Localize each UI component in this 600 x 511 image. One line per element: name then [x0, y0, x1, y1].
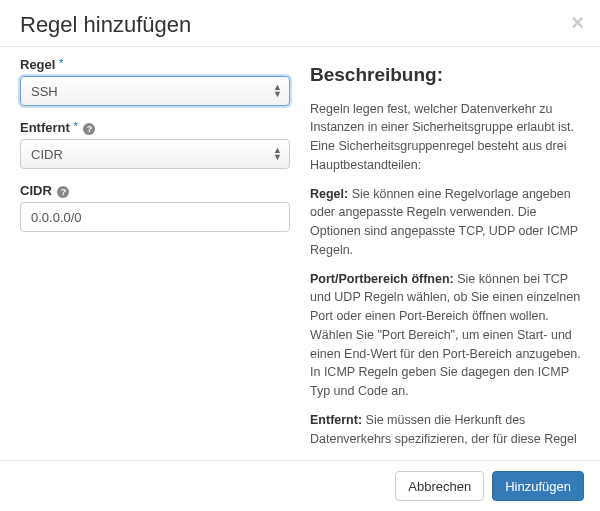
description-remote: Entfernt: Sie müssen die Herkunft des Da… — [310, 411, 584, 450]
description-rule-text: Sie können eine Regelvorlage angeben ode… — [310, 187, 578, 257]
description-port-text: Sie können bei TCP und UDP Regeln wählen… — [310, 272, 581, 399]
close-button[interactable]: × — [571, 12, 584, 34]
description-port: Port/Portbereich öffnen: Sie können bei … — [310, 270, 584, 401]
add-rule-modal: Regel hinzufügen × Regel * SSH ▲▼ Entfer… — [0, 0, 600, 511]
rule-field-group: Regel * SSH ▲▼ — [20, 57, 290, 106]
required-star-icon: * — [73, 120, 77, 132]
rule-select-value: SSH — [20, 76, 290, 106]
required-star-icon: * — [59, 57, 63, 69]
rule-label: Regel * — [20, 57, 290, 72]
help-icon[interactable]: ? — [57, 186, 69, 198]
cidr-field-group: CIDR ? — [20, 183, 290, 232]
modal-body: Regel * SSH ▲▼ Entfernt * ? CIDR ▲▼ — [0, 47, 600, 460]
submit-button[interactable]: Hinzufügen — [492, 471, 584, 501]
rule-select[interactable]: SSH ▲▼ — [20, 76, 290, 106]
description-column: Beschreibung: Regeln legen fest, welcher… — [310, 57, 584, 450]
description-rule: Regel: Sie können eine Regelvorlage ange… — [310, 185, 584, 260]
remote-label-text: Entfernt — [20, 120, 70, 135]
description-heading: Beschreibung: — [310, 61, 584, 90]
cidr-input[interactable] — [20, 202, 290, 232]
help-icon[interactable]: ? — [83, 123, 95, 135]
modal-title: Regel hinzufügen — [20, 12, 191, 38]
close-icon: × — [571, 10, 584, 35]
remote-label: Entfernt * ? — [20, 120, 290, 135]
modal-footer: Abbrechen Hinzufügen — [0, 460, 600, 511]
cidr-label: CIDR ? — [20, 183, 290, 198]
description-intro: Regeln legen fest, welcher Datenverkehr … — [310, 100, 584, 175]
remote-select-value: CIDR — [20, 139, 290, 169]
description-port-label: Port/Portbereich öffnen: — [310, 272, 454, 286]
cancel-button[interactable]: Abbrechen — [395, 471, 484, 501]
remote-field-group: Entfernt * ? CIDR ▲▼ — [20, 120, 290, 169]
modal-header: Regel hinzufügen × — [0, 0, 600, 47]
remote-select[interactable]: CIDR ▲▼ — [20, 139, 290, 169]
rule-label-text: Regel — [20, 57, 55, 72]
cidr-label-text: CIDR — [20, 183, 52, 198]
description-remote-label: Entfernt: — [310, 413, 362, 427]
description-rule-label: Regel: — [310, 187, 348, 201]
form-column: Regel * SSH ▲▼ Entfernt * ? CIDR ▲▼ — [20, 57, 290, 450]
